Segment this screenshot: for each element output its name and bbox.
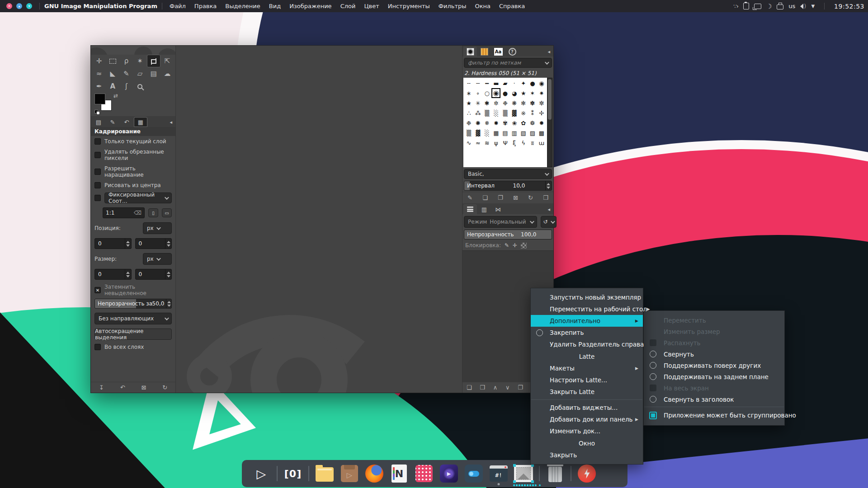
tool-color-picker-icon[interactable]: ʃ [119, 80, 133, 93]
brush-thumbnail[interactable]: ξ [510, 138, 519, 148]
tool-unified-transform-icon[interactable]: ⇱ [160, 55, 174, 67]
checkbox[interactable] [94, 138, 101, 145]
brush-thumbnail[interactable]: ✸ [491, 118, 500, 128]
tool-crop-icon[interactable] [147, 55, 160, 67]
close-window-button[interactable]: ✕ [6, 3, 12, 9]
size-height-spinner[interactable]: 0 [135, 269, 172, 280]
checkbox[interactable] [94, 195, 101, 201]
dock-collapse-icon[interactable]: ◂ [547, 206, 552, 214]
brush-thumbnail[interactable]: ✻ [519, 98, 528, 108]
menu-file[interactable]: Файл [170, 3, 186, 9]
auto-shrink-button[interactable]: Автосокращение выделения [94, 328, 172, 340]
dock-item-trash[interactable] [546, 464, 565, 483]
brush-thumbnail[interactable]: ∴ [464, 108, 473, 118]
highlight-opacity-slider[interactable]: Непрозрачность зате... 50,0 [94, 299, 172, 309]
lock-pixels-icon[interactable]: ✎ [505, 242, 509, 249]
brush-thumbnail[interactable]: ∗ [464, 88, 473, 98]
brush-thumbnail[interactable]: ⁂ [473, 108, 482, 118]
ratio-input[interactable]: 1:1 ⌫ [103, 207, 145, 218]
dock-item-brackets[interactable]: [0] [283, 464, 302, 483]
dock-item-dots-app[interactable] [415, 464, 434, 483]
guides-dropdown[interactable]: Без направляющих [94, 313, 172, 324]
brush-thumbnail[interactable]: ● [500, 88, 509, 98]
dock-item-notes[interactable]: N [390, 464, 409, 483]
option-expand-from-center[interactable]: Рисовать из центра [91, 180, 175, 190]
menu-item-add-widgets[interactable]: Добавить виджеты... [531, 402, 643, 413]
default-colors-icon[interactable] [94, 110, 100, 114]
clear-input-icon[interactable]: ⌫ [134, 210, 142, 216]
menu-filters[interactable]: Фильтры [439, 3, 467, 9]
portrait-orientation-button[interactable]: ▯ [148, 208, 158, 217]
option-allow-growing[interactable]: Разрешить наращивание [91, 163, 175, 180]
checkbox[interactable] [94, 344, 101, 350]
spinner-arrows[interactable] [165, 269, 171, 279]
brush-thumbnail[interactable]: ϟ [519, 138, 528, 148]
brush-thumbnail[interactable]: ✢ [537, 108, 546, 118]
brush-thumbnail[interactable]: ▒ [500, 108, 509, 118]
brush-thumbnail[interactable]: ★ [519, 88, 528, 98]
delete-brush-icon[interactable]: ⊠ [513, 194, 518, 201]
screen-share-icon[interactable] [754, 4, 761, 9]
brush-thumbnail[interactable]: ▓ [473, 128, 482, 138]
tab-images-icon[interactable]: ▦ [134, 117, 147, 127]
lock-position-icon[interactable]: ✛ [513, 242, 517, 249]
brush-thumbnail[interactable]: ● [528, 78, 537, 88]
brush-thumbnail[interactable]: ✱ [482, 98, 491, 108]
tab-device-status-icon[interactable]: ✎ [106, 117, 119, 127]
brush-grid[interactable]: ╌─━▬▰·✦●◉∗∘○◉●◕★✶✷★✳✱✲❉❋✻✽✼∴⁂▒░▒▓※⁑✢❉✺✵✸… [463, 78, 552, 167]
menu-item-add-dock[interactable]: Добавить док или панель ▶ [531, 413, 643, 425]
brush-thumbnail[interactable]: ≈ [473, 138, 482, 148]
submenu-item-keep-above[interactable]: Поддерживать поверх других [644, 360, 784, 371]
refresh-brushes-icon[interactable]: ↻ [528, 194, 533, 201]
duplicate-layer-icon[interactable]: ❐ [518, 384, 523, 391]
tool-ink-icon[interactable]: ✒ [92, 80, 106, 93]
tool-paintbrush-icon[interactable]: ✎ [119, 67, 133, 80]
minimize-window-button[interactable]: ▾ [26, 3, 32, 9]
option-delete-cropped-pixels[interactable]: Удалять обрезанные пиксели [91, 146, 175, 163]
menu-item-layouts[interactable]: Макеты ▶ [531, 362, 643, 374]
spinner-arrows[interactable] [125, 239, 131, 249]
kdeconnect-icon[interactable]: ∵› [733, 4, 738, 9]
brush-thumbnail[interactable]: ✹ [537, 118, 546, 128]
spinner-arrows[interactable] [166, 299, 171, 308]
layer-mode-options-button[interactable]: ↺ [541, 216, 557, 228]
save-options-icon[interactable]: ↧ [99, 384, 104, 391]
spinner-arrows[interactable] [165, 239, 171, 249]
menu-item-launch-new-instance[interactable]: Запустить новый экземпляр [531, 291, 643, 303]
brush-thumbnail[interactable]: ▓ [510, 108, 519, 118]
option-shrink-merged[interactable]: Во всех слоях [91, 342, 175, 352]
tab-fonts-icon[interactable]: Aa [491, 47, 505, 56]
menu-edit[interactable]: Правка [194, 3, 217, 9]
menu-windows[interactable]: Окна [475, 3, 491, 9]
brush-thumbnail[interactable]: ❉ [500, 98, 509, 108]
dock-item-power-launcher[interactable] [577, 464, 596, 483]
menu-item-move-to-desktop[interactable]: Переместить на рабочий стол ▶ [531, 303, 643, 315]
brush-thumbnail[interactable]: ✾ [500, 118, 509, 128]
position-y-spinner[interactable]: 0 [135, 238, 172, 249]
dock-item-file-manager[interactable] [315, 464, 334, 483]
gimp-canvas[interactable] [176, 46, 462, 393]
brush-thumbnail[interactable]: ▬ [491, 78, 500, 88]
foreground-color-swatch[interactable] [94, 94, 105, 104]
brush-thumbnail[interactable]: ░ [491, 108, 500, 118]
brush-thumbnail[interactable]: ✿ [519, 118, 528, 128]
brush-thumbnail[interactable]: ✷ [537, 88, 546, 98]
maximize-window-button[interactable]: ▴ [16, 3, 22, 9]
tab-brushes-icon[interactable] [463, 47, 477, 56]
brush-thumbnail[interactable]: ▩ [537, 128, 546, 138]
fixed-ratio-dropdown[interactable]: Фиксированный Соот... [104, 192, 172, 203]
brush-thumbnail[interactable]: ɯ [537, 138, 546, 148]
lock-alpha-icon[interactable] [521, 243, 527, 249]
tool-text-icon[interactable]: A [106, 80, 119, 93]
checkbox[interactable] [94, 182, 101, 188]
brush-thumbnail[interactable]: ✵ [482, 118, 491, 128]
night-color-icon[interactable]: ☽ [766, 3, 772, 9]
brush-thumbnail[interactable]: ▤ [500, 128, 509, 138]
menu-select[interactable]: Выделение [225, 3, 260, 9]
brush-thumbnail[interactable]: ≋ [482, 138, 491, 148]
menu-view[interactable]: Вид [269, 3, 281, 9]
tool-bucket-fill-icon[interactable]: ◣ [106, 67, 119, 80]
tool-warp-icon[interactable]: ≈ [92, 67, 106, 80]
brush-thumbnail[interactable]: ✳ [473, 98, 482, 108]
menu-item-edit-dock[interactable]: Изменить док... [531, 425, 643, 437]
